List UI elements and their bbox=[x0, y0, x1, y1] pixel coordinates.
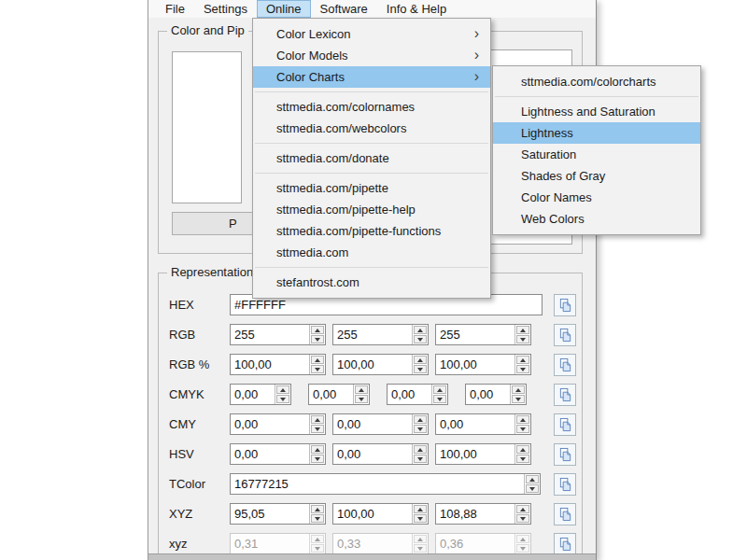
rgb-r-input[interactable] bbox=[231, 325, 309, 344]
spinner-down-button[interactable] bbox=[311, 514, 324, 523]
spinner-up-button[interactable] bbox=[311, 415, 324, 424]
spinner-up-button[interactable] bbox=[414, 415, 427, 424]
menu-info-help[interactable]: Info & Help bbox=[377, 0, 456, 18]
spinner-down-button[interactable] bbox=[516, 335, 529, 343]
spinner-down-button[interactable] bbox=[512, 395, 525, 403]
menu-file[interactable]: File bbox=[156, 0, 194, 18]
submenu-item-web-colors[interactable]: Web Colors bbox=[493, 208, 700, 230]
spinner-up-button[interactable] bbox=[516, 326, 529, 334]
rgb-g-input[interactable] bbox=[333, 325, 412, 344]
submenu-item-shades-of-gray[interactable]: Shades of Gray bbox=[493, 165, 700, 187]
spinner-down-button[interactable] bbox=[414, 365, 427, 373]
menu-item-color-charts[interactable]: Color Charts› bbox=[253, 66, 490, 88]
spinner-up-button[interactable] bbox=[311, 445, 324, 454]
spinner-up-button[interactable] bbox=[516, 445, 529, 454]
menu-bar: File Settings Online Software Info & Hel… bbox=[148, 0, 596, 18]
spinner-up-button[interactable] bbox=[516, 356, 529, 364]
cmyk-m-field bbox=[308, 384, 370, 405]
spinner-down-button[interactable] bbox=[414, 335, 427, 343]
rgbp-r-input[interactable] bbox=[231, 355, 309, 374]
copy-cmyk-button[interactable] bbox=[554, 384, 576, 406]
spinner-up-button[interactable] bbox=[311, 356, 324, 364]
spinner-up-button[interactable] bbox=[414, 445, 427, 454]
spinner-up-button[interactable] bbox=[433, 385, 446, 394]
spinner-down-button[interactable] bbox=[311, 425, 324, 433]
spinner-down-button[interactable] bbox=[516, 425, 529, 433]
copy-tcolor-button[interactable] bbox=[554, 473, 576, 496]
menu-item-pipette-help[interactable]: sttmedia.com/pipette-help bbox=[253, 199, 490, 220]
spinner-down-button[interactable] bbox=[311, 365, 324, 373]
menu-settings[interactable]: Settings bbox=[194, 0, 257, 18]
spinner-up-button[interactable] bbox=[414, 356, 427, 364]
tcolor-input[interactable] bbox=[231, 474, 524, 494]
rgbp-b-input[interactable] bbox=[436, 355, 514, 374]
spinner-down-button[interactable] bbox=[516, 455, 529, 463]
spinner-down-button[interactable] bbox=[526, 484, 539, 493]
hsv-h-input[interactable] bbox=[231, 444, 309, 464]
spinner-up-button[interactable] bbox=[276, 385, 289, 394]
menu-item-color-lexicon[interactable]: Color Lexicon› bbox=[253, 23, 490, 45]
menu-item-color-models[interactable]: Color Models› bbox=[253, 45, 490, 66]
xyz-z-input[interactable] bbox=[436, 504, 514, 524]
menu-item-donate[interactable]: sttmedia.com/donate bbox=[253, 147, 490, 169]
spinner-down-button[interactable] bbox=[311, 335, 324, 343]
submenu-item-color-names[interactable]: Color Names bbox=[493, 187, 700, 208]
hsv-v-input[interactable] bbox=[436, 444, 514, 464]
cmyk-c-input[interactable] bbox=[231, 385, 275, 404]
submenu-item-lightness[interactable]: Lightness bbox=[493, 122, 700, 144]
copy-cmy-button[interactable] bbox=[554, 413, 576, 436]
menu-item-stefantrost[interactable]: stefantrost.com bbox=[253, 272, 490, 293]
copy-xyz-upper-button[interactable] bbox=[554, 503, 576, 525]
menu-online[interactable]: Online bbox=[257, 0, 311, 18]
menu-item-sttmedia[interactable]: sttmedia.com bbox=[253, 242, 490, 263]
copy-hex-button[interactable] bbox=[554, 294, 576, 316]
spinner bbox=[514, 355, 530, 374]
spinner-down-button[interactable] bbox=[516, 365, 529, 373]
cmy-m-input[interactable] bbox=[333, 414, 412, 434]
spinner-down-button[interactable] bbox=[433, 395, 446, 403]
rgb-b-input[interactable] bbox=[436, 325, 514, 344]
submenu-item-saturation[interactable]: Saturation bbox=[493, 144, 700, 165]
spinner-up-button[interactable] bbox=[414, 505, 427, 513]
spinner-up-button[interactable] bbox=[516, 415, 529, 424]
menu-separator bbox=[255, 143, 488, 144]
spinner-down-button[interactable] bbox=[414, 455, 427, 463]
representation-group-label: Representation bbox=[167, 266, 257, 279]
spinner-down-button[interactable] bbox=[276, 395, 289, 403]
cmy-y-input[interactable] bbox=[436, 414, 514, 434]
spinner-down-button[interactable] bbox=[311, 455, 324, 463]
rgbp-g-input[interactable] bbox=[333, 355, 412, 374]
spinner-down-button[interactable] bbox=[414, 425, 427, 433]
copy-rgb-button[interactable] bbox=[554, 324, 576, 346]
menu-item-pipette-functions[interactable]: sttmedia.com/pipette-functions bbox=[253, 220, 490, 242]
menu-software[interactable]: Software bbox=[311, 0, 377, 18]
copy-xyz-lower-button[interactable] bbox=[554, 533, 576, 555]
cmyk-m-input[interactable] bbox=[309, 385, 353, 404]
cmy-c-input[interactable] bbox=[231, 414, 309, 434]
menu-item-colornames[interactable]: sttmedia.com/colornames bbox=[253, 96, 490, 118]
spinner-up-button[interactable] bbox=[311, 326, 324, 334]
spinner-up-button[interactable] bbox=[414, 326, 427, 334]
spinner-down-button[interactable] bbox=[414, 514, 427, 523]
copy-hsv-button[interactable] bbox=[554, 443, 576, 466]
cmyk-k-input[interactable] bbox=[466, 385, 510, 404]
spinner-up-button[interactable] bbox=[512, 385, 525, 394]
spinner-up-button[interactable] bbox=[526, 475, 539, 483]
submenu-item-lightness-and-saturation[interactable]: Lightness and Saturation bbox=[493, 101, 700, 122]
copy-rgb-percent-button[interactable] bbox=[554, 354, 576, 376]
spinner-up-button[interactable] bbox=[516, 505, 529, 513]
spinner-down-button[interactable] bbox=[516, 514, 529, 523]
spinner bbox=[309, 355, 325, 374]
xyz-lz-input bbox=[436, 534, 514, 553]
spinner-down-button[interactable] bbox=[355, 395, 368, 403]
copy-icon bbox=[558, 507, 572, 522]
xyz-x-input[interactable] bbox=[231, 504, 309, 524]
menu-item-pipette[interactable]: sttmedia.com/pipette bbox=[253, 177, 490, 199]
xyz-y-input[interactable] bbox=[333, 504, 412, 524]
menu-item-webcolors[interactable]: sttmedia.com/webcolors bbox=[253, 118, 490, 139]
hsv-s-input[interactable] bbox=[333, 444, 412, 464]
spinner-up-button[interactable] bbox=[355, 385, 368, 394]
cmyk-y-input[interactable] bbox=[388, 385, 431, 404]
spinner-up-button[interactable] bbox=[311, 505, 324, 513]
submenu-item-colorcharts[interactable]: sttmedia.com/colorcharts bbox=[493, 71, 700, 92]
